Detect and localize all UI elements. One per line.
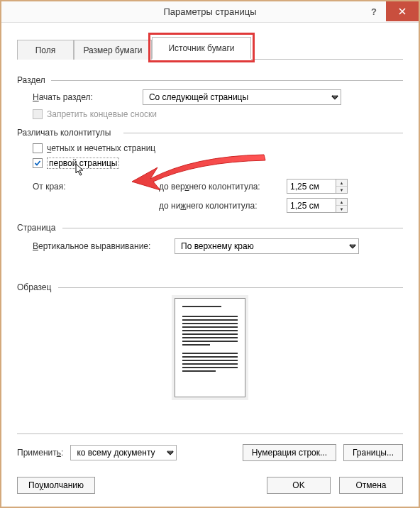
check-icon (34, 160, 41, 167)
apply-to-label: Применить: (17, 448, 63, 458)
close-icon (399, 8, 406, 15)
group-page: Страница (17, 223, 403, 233)
footer-distance-input[interactable] (287, 198, 336, 213)
header-distance-input[interactable] (287, 179, 336, 194)
odd-even-checkbox[interactable] (33, 143, 43, 153)
header-distance-label: до верхнего колонтитула: (159, 182, 287, 192)
line-numbers-button[interactable]: Нумерация строк... (243, 444, 336, 461)
valign-select[interactable]: По верхнему краю (175, 238, 359, 254)
preview-page (175, 298, 245, 397)
apply-to-select[interactable]: ко всему документу (70, 445, 177, 460)
default-button[interactable]: По умолчанию (17, 477, 95, 494)
header-spin[interactable]: ▲▼ (336, 179, 348, 194)
cancel-button[interactable]: Отмена (339, 477, 403, 494)
tabs: Поля Размер бумаги Источник бумаги (17, 38, 403, 60)
footer-spin[interactable]: ▲▼ (336, 198, 348, 213)
valign-label: Вертикальное выравнивание: (33, 241, 175, 251)
first-page-checkbox[interactable] (33, 158, 43, 168)
group-section: Раздел (17, 75, 403, 85)
suppress-endnotes-checkbox (33, 109, 43, 119)
group-preview: Образец (17, 282, 403, 292)
group-headers: Различать колонтитулы (17, 128, 403, 138)
tab-paper-size[interactable]: Размер бумаги (74, 40, 152, 60)
odd-even-label: четных и нечетных страниц (47, 143, 155, 153)
suppress-endnotes-label: Запретить концевые сноски (47, 109, 157, 119)
dialog-title: Параметры страницы (1, 6, 419, 17)
borders-button[interactable]: Границы... (343, 444, 403, 461)
titlebar: Параметры страницы ? (1, 1, 419, 23)
ok-button[interactable]: OK (267, 477, 331, 494)
tab-paper-source[interactable]: Источник бумаги (152, 37, 251, 60)
first-page-label: первой страницы (47, 158, 119, 169)
start-section-label: Начать раздел: (33, 92, 93, 102)
preview-area (17, 298, 403, 397)
footer-distance-label: до нижнего колонтитула: (159, 201, 287, 211)
start-section-select[interactable]: Со следующей страницы (143, 89, 341, 105)
help-button[interactable]: ? (362, 1, 386, 21)
from-edge-label: От края: (17, 182, 159, 192)
close-button[interactable] (386, 1, 419, 21)
tab-margins[interactable]: Поля (17, 40, 74, 60)
